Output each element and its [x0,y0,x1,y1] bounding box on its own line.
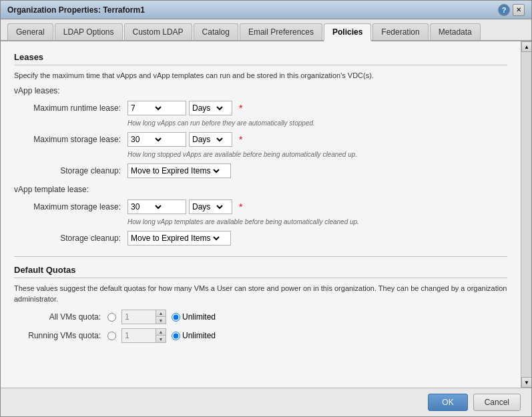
template-cleanup-dropdown[interactable]: Move to Expired Items Delete [127,231,231,246]
running-vms-increment[interactable]: ▲ [156,329,166,336]
runtime-number-dropdown[interactable]: 7 1 14 30 Never [127,101,186,115]
tab-metadata[interactable]: Metadata [430,23,481,40]
template-storage-number-select[interactable]: 30 7 14 60 Never [128,200,164,214]
vapp-cleanup-controls: Move to Expired Items Delete [127,163,231,178]
tabs-bar: General LDAP Options Custom LDAP Catalog… [1,19,531,41]
vapp-storage-label: Maximum storage lease: [21,135,127,144]
vapp-storage-unit-dropdown[interactable]: Days Hours Never [189,132,232,147]
vapp-storage-row: Maximum storage lease: 30 7 14 60 Never [14,132,507,147]
max-runtime-label: Maximum runtime lease: [21,103,127,113]
leases-section: Leases Specify the maximum time that vAp… [14,52,507,246]
vapp-storage-number-select[interactable]: 30 7 14 60 Never [128,133,164,146]
tab-general[interactable]: General [7,23,53,40]
tab-custom-ldap[interactable]: Custom LDAP [124,23,192,40]
close-button[interactable]: ✕ [513,4,525,16]
scroll-up-button[interactable]: ▲ [521,41,531,52]
all-vms-unlimited-radio-input[interactable] [172,313,180,322]
leases-title: Leases [14,52,507,65]
max-runtime-row: Maximum runtime lease: 7 1 14 30 Never [14,101,507,115]
vapp-storage-unit-select[interactable]: Days Hours Never [190,133,225,146]
vapp-storage-number-dropdown[interactable]: 30 7 14 60 Never [127,132,186,147]
all-vms-radio-unchecked[interactable] [107,313,116,322]
vapp-cleanup-select[interactable]: Move to Expired Items Delete [128,164,222,177]
running-vms-row: Running VMs quota: ▲ ▼ [14,328,507,343]
runtime-required-star: * [239,103,242,113]
all-vms-unlimited-radio[interactable]: Unlimited [172,312,216,322]
title-bar-buttons: ? ✕ [498,4,525,16]
vapp-leases-label: vApp leases: [14,86,507,95]
max-runtime-controls: 7 1 14 30 Never Days Hours Never [127,101,242,115]
running-vms-unlimited-label: Unlimited [182,331,216,340]
dialog: Organization Properties: Terraform1 ? ✕ … [0,0,532,417]
all-vms-radio-input[interactable] [107,313,116,322]
all-vms-spinner-buttons: ▲ ▼ [156,310,166,324]
template-cleanup-label: Storage cleanup: [21,234,127,243]
help-button[interactable]: ? [498,4,510,16]
all-vms-spinner: ▲ ▼ [121,310,166,324]
tab-catalog[interactable]: Catalog [194,23,238,40]
quotas-description: These values suggest the default quotas … [14,284,507,304]
vapp-template-label: vApp template lease: [14,185,507,194]
main-content: Leases Specify the maximum time that vAp… [1,41,521,388]
template-storage-row: Maximum storage lease: 30 7 14 60 Never [14,199,507,214]
tab-policies[interactable]: Policies [324,23,371,41]
running-vms-radio-input[interactable] [107,332,116,340]
scroll-down-button[interactable]: ▼ [521,377,531,388]
running-vms-spinner-buttons: ▲ ▼ [156,329,166,342]
tab-email-preferences[interactable]: Email Preferences [240,23,322,40]
title-bar: Organization Properties: Terraform1 ? ✕ [1,1,531,19]
all-vms-unlimited-label: Unlimited [182,312,216,322]
vapp-storage-hint: How long stopped vApps are available bef… [14,151,507,158]
vapp-storage-controls: 30 7 14 60 Never Days Hours Neve [127,132,242,147]
tab-ldap-options[interactable]: LDAP Options [55,23,123,40]
template-storage-required-star: * [239,201,242,212]
ok-button[interactable]: OK [428,394,467,411]
template-storage-unit-select[interactable]: Days Hours Never [190,200,225,214]
scroll-track[interactable] [521,52,531,377]
template-cleanup-select[interactable]: Move to Expired Items Delete [128,232,222,245]
scrollbar[interactable]: ▲ ▼ [521,41,531,388]
template-cleanup-controls: Move to Expired Items Delete [127,231,231,246]
quotas-title: Default Quotas [14,265,507,278]
template-storage-controls: 30 7 14 60 Never Days Hours Neve [127,199,242,214]
cancel-button[interactable]: Cancel [473,394,521,411]
all-vms-controls: ▲ ▼ Unlimited [107,310,216,324]
running-vms-controls: ▲ ▼ Unlimited [107,328,216,343]
vapp-cleanup-label: Storage cleanup: [21,166,127,175]
vapp-cleanup-row: Storage cleanup: Move to Expired Items D… [14,163,507,178]
template-storage-number-dropdown[interactable]: 30 7 14 60 Never [127,199,186,214]
runtime-number-select[interactable]: 7 1 14 30 Never [128,101,164,115]
running-vms-input[interactable] [122,329,156,342]
section-divider [14,256,507,257]
runtime-unit-select[interactable]: Days Hours Never [190,101,225,115]
running-vms-label: Running VMs quota: [21,331,107,340]
running-vms-unlimited-radio[interactable]: Unlimited [172,331,216,340]
tab-federation[interactable]: Federation [372,23,428,40]
all-vms-input[interactable] [122,310,156,324]
running-vms-unlimited-radio-input[interactable] [172,332,180,340]
all-vms-label: All VMs quota: [21,312,107,322]
runtime-unit-dropdown[interactable]: Days Hours Never [189,101,232,115]
dialog-footer: OK Cancel [1,388,531,416]
leases-description: Specify the maximum time that vApps and … [14,71,507,81]
running-vms-radio-unchecked[interactable] [107,332,116,340]
runtime-hint: How long vApps can run before they are a… [14,119,507,127]
vapp-cleanup-dropdown[interactable]: Move to Expired Items Delete [127,163,231,178]
template-storage-label: Maximum storage lease: [21,202,127,212]
all-vms-decrement[interactable]: ▼ [156,317,166,324]
template-storage-hint: How long vApp templates are available be… [14,218,507,226]
content-area: Leases Specify the maximum time that vAp… [1,41,531,388]
vapp-storage-required-star: * [239,134,242,145]
running-vms-decrement[interactable]: ▼ [156,336,166,342]
template-cleanup-row: Storage cleanup: Move to Expired Items D… [14,231,507,246]
dialog-title: Organization Properties: Terraform1 [7,5,145,15]
running-vms-spinner: ▲ ▼ [121,328,166,343]
all-vms-row: All VMs quota: ▲ ▼ [14,310,507,324]
all-vms-increment[interactable]: ▲ [156,310,166,317]
quotas-section: Default Quotas These values suggest the … [14,265,507,343]
template-storage-unit-dropdown[interactable]: Days Hours Never [189,199,232,214]
